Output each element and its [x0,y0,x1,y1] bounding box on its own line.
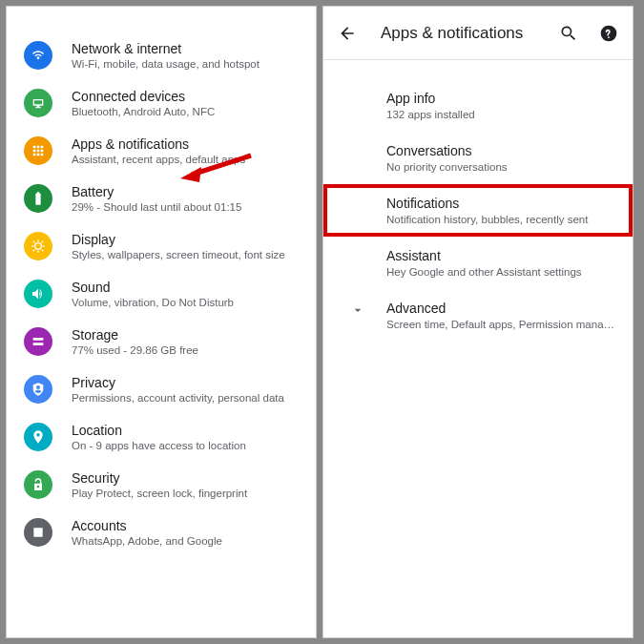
setting-accounts[interactable]: Accounts WhatsApp, Adobe, and Google [7,509,316,556]
storage-icon [24,327,52,356]
setting-title: Location [72,423,246,438]
setting-storage[interactable]: Storage 77% used - 29.86 GB free [7,318,316,365]
detail-sub: 132 apps installed [386,109,617,120]
detail-title: Notifications [386,196,617,211]
setting-battery[interactable]: Battery 29% - Should last until about 01… [7,175,316,222]
setting-title: Battery [72,184,241,199]
setting-sub: Bluetooth, Android Auto, NFC [72,106,215,117]
setting-sub: Assistant, recent apps, default apps [72,154,245,165]
detail-title: Assistant [386,248,617,263]
setting-title: Storage [72,327,198,343]
account-icon [24,518,52,547]
setting-title: Display [72,232,285,247]
search-icon[interactable] [558,23,579,44]
setting-sub: On - 9 apps have access to location [72,440,246,451]
detail-sub: No priority conversations [386,161,617,173]
setting-sub: Play Protect, screen lock, fingerprint [72,488,247,499]
detail-title: Conversations [386,143,617,158]
chevron-down-icon[interactable] [350,302,367,320]
setting-sub: Styles, wallpapers, screen timeout, font… [72,249,285,260]
apps-icon [24,136,52,165]
setting-connected-devices[interactable]: Connected devices Bluetooth, Android Aut… [7,79,316,127]
back-button[interactable] [337,23,358,44]
setting-network[interactable]: Network & internet Wi-Fi, mobile, data u… [7,31,316,79]
setting-security[interactable]: Security Play Protect, screen lock, fing… [7,461,316,509]
topbar: Apps & notifications [323,7,633,60]
location-icon [24,423,52,451]
detail-title: Advanced [386,301,617,316]
setting-sub: WhatsApp, Adobe, and Google [72,535,222,547]
detail-conversations[interactable]: Conversations No priority conversations [323,132,633,184]
volume-icon [24,280,52,308]
setting-title: Network & internet [72,41,260,56]
settings-main-panel: Network & internet Wi-Fi, mobile, data u… [6,6,317,638]
lock-icon [24,470,52,499]
setting-title: Connected devices [72,89,215,104]
detail-sub: Notification history, bubbles, recently … [386,214,617,225]
privacy-icon [24,375,52,404]
setting-title: Security [72,470,247,486]
setting-title: Privacy [72,375,284,390]
setting-sub: 29% - Should last until about 01:15 [72,201,241,213]
apps-notifications-panel: Apps & notifications App info 132 apps i… [322,6,634,638]
setting-title: Apps & notifications [72,136,245,152]
brightness-icon [24,232,52,260]
setting-title: Accounts [72,518,222,533]
setting-title: Sound [72,280,234,295]
wifi-icon [24,41,52,70]
setting-sub: Wi-Fi, mobile, data usage, and hotspot [72,58,260,70]
setting-sub: Permissions, account activity, personal … [72,392,284,404]
devices-icon [24,89,52,117]
setting-apps-notifications[interactable]: Apps & notifications Assistant, recent a… [7,127,316,175]
setting-sub: 77% used - 29.86 GB free [72,344,198,356]
detail-title: App info [386,91,617,106]
setting-sub: Volume, vibration, Do Not Disturb [72,297,234,308]
detail-advanced[interactable]: Advanced Screen time, Default apps, Perm… [323,289,633,342]
setting-privacy[interactable]: Privacy Permissions, account activity, p… [7,365,316,413]
battery-icon [24,184,52,213]
setting-location[interactable]: Location On - 9 apps have access to loca… [7,413,316,461]
detail-app-info[interactable]: App info 132 apps installed [323,79,633,132]
detail-sub: Hey Google and other Assistant settings [386,266,617,278]
setting-sound[interactable]: Sound Volume, vibration, Do Not Disturb [7,270,316,318]
detail-sub: Screen time, Default apps, Permission ma… [386,319,617,330]
detail-assistant[interactable]: Assistant Hey Google and other Assistant… [323,237,633,289]
help-icon[interactable] [598,23,619,44]
setting-display[interactable]: Display Styles, wallpapers, screen timeo… [7,222,316,270]
detail-notifications[interactable]: Notifications Notification history, bubb… [323,184,633,237]
page-title: Apps & notifications [381,24,539,43]
